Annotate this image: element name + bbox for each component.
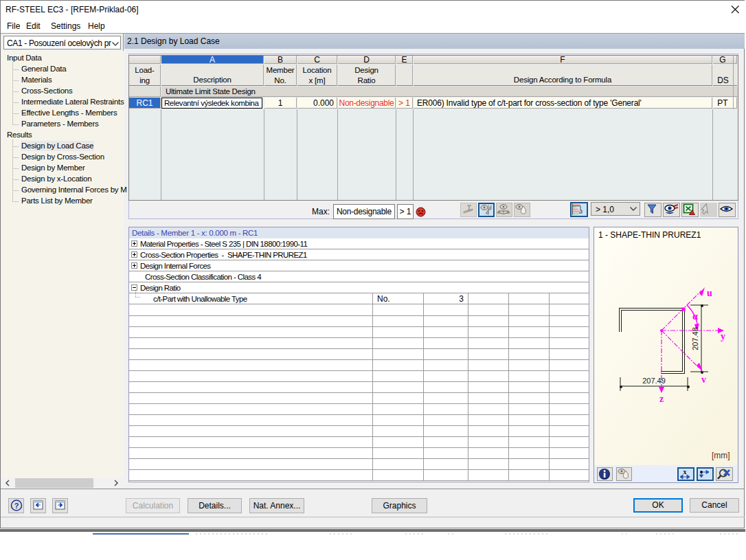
svg-text:u: u — [707, 288, 712, 298]
svg-text:?: ? — [14, 502, 19, 510]
svg-text:v: v — [701, 374, 706, 385]
svg-text:z: z — [659, 394, 664, 404]
svg-text:207.49: 207.49 — [642, 377, 666, 385]
svg-text:α: α — [692, 311, 698, 322]
svg-text:y: y — [721, 331, 725, 341]
svg-text:207.48: 207.48 — [691, 327, 699, 350]
svg-text:x: x — [683, 469, 687, 475]
